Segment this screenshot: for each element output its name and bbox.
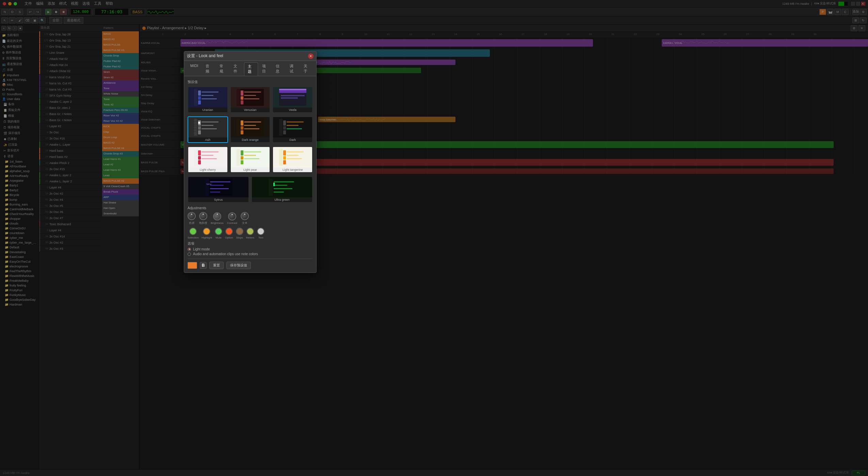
swatch-text-wrap: Text [257, 228, 264, 239]
dialog-tabs: MIDI 音频 常规 文件 主题 项目 信息 调试 关于 [184, 61, 316, 76]
svg-rect-72 [283, 156, 286, 160]
tab-general[interactable]: 常规 [216, 62, 229, 76]
theme-venusian[interactable]: Venusian [230, 86, 271, 113]
theme-sytrus[interactable]: Sytrus Sytrus [188, 176, 249, 203]
svg-rect-39 [241, 120, 243, 126]
svg-rect-2 [198, 91, 201, 96]
knob-hue-label: 色调 [189, 221, 194, 225]
swatch-highlight[interactable] [203, 228, 210, 235]
svg-rect-29 [202, 128, 217, 129]
knob-contrast[interactable] [228, 212, 236, 220]
svg-point-36 [198, 122, 200, 124]
svg-rect-58 [202, 151, 219, 152]
svg-rect-3 [198, 96, 201, 100]
theme-dark-orange[interactable]: Dark orange [230, 116, 271, 143]
swatch-meters[interactable] [246, 228, 254, 235]
theme-grid-row3: Light cherry [188, 146, 313, 173]
theme-light-cherry-label: Light cherry [188, 167, 227, 172]
tab-audio[interactable]: 音频 [202, 62, 215, 76]
theme-light-cherry[interactable]: Light cherry [188, 146, 228, 173]
swatch-mute[interactable] [215, 228, 222, 235]
theme-light-pear-label: Light pear [231, 167, 270, 172]
svg-rect-56 [198, 156, 201, 160]
theme-light-cherry-preview [188, 147, 227, 167]
knob-text[interactable] [241, 212, 249, 220]
knob-brightness-wrap: Brightness [211, 212, 224, 225]
tab-theme[interactable]: 主题 [244, 62, 258, 76]
svg-rect-27 [202, 121, 219, 122]
options-title: 选项 [188, 241, 313, 246]
svg-rect-41 [241, 130, 243, 134]
svg-rect-74 [287, 151, 304, 152]
tab-info[interactable]: 信息 [272, 62, 286, 76]
svg-rect-30 [194, 119, 197, 136]
theme-dark[interactable]: Dark [272, 116, 313, 143]
dialog-close-button[interactable]: ✕ [308, 53, 314, 59]
theme-ash-label: Ash [188, 137, 227, 142]
swatch-option[interactable] [225, 228, 233, 235]
option-note-colors[interactable]: Audio and automation clips use note colo… [188, 252, 313, 256]
radio-note-colors[interactable] [188, 252, 191, 256]
svg-rect-25 [198, 126, 201, 130]
theme-sytrus-label: Sytrus [188, 197, 248, 202]
dialog-overlay: 设置 - Look and feel ✕ MIDI 音频 常规 文件 主题 项目… [0, 0, 868, 476]
svg-rect-57 [198, 160, 201, 164]
swatch-text[interactable] [257, 228, 264, 235]
color-picker-swatch[interactable] [188, 262, 197, 269]
theme-light-pear-preview [231, 147, 270, 167]
tab-debug[interactable]: 调试 [286, 62, 300, 76]
knob-saturation[interactable] [199, 212, 207, 220]
svg-rect-86 [274, 181, 294, 182]
svg-rect-50 [287, 121, 304, 122]
knob-brightness-label: Brightness [211, 221, 224, 225]
svg-rect-44 [244, 128, 259, 129]
option-light-mode[interactable]: Light mode [188, 247, 313, 251]
theme-uranian[interactable]: Uranian [188, 86, 228, 113]
save-preset-btn[interactable]: 保存预设值 [226, 262, 251, 269]
theme-ash[interactable]: Ash [188, 116, 228, 143]
knob-brightness[interactable] [213, 212, 221, 220]
svg-rect-13 [244, 92, 261, 93]
reset-btn[interactable]: 重置 [209, 262, 224, 269]
swatch-selection[interactable] [189, 228, 197, 235]
svg-rect-43 [244, 125, 256, 126]
svg-rect-4 [198, 100, 201, 104]
swatch-steps[interactable] [236, 228, 243, 235]
svg-rect-64 [241, 156, 243, 160]
tab-about[interactable]: 关于 [300, 62, 314, 76]
svg-rect-12 [241, 100, 243, 104]
radio-light-mode[interactable] [188, 248, 191, 251]
tab-project[interactable]: 项目 [259, 62, 272, 76]
svg-rect-81 [210, 185, 224, 186]
theme-veela[interactable]: Veela [272, 86, 313, 113]
swatch-steps-label: Steps [236, 236, 243, 239]
svg-rect-70 [279, 149, 283, 166]
svg-rect-73 [283, 160, 286, 164]
option-light-mode-label: Light mode [193, 247, 210, 251]
svg-rect-11 [241, 96, 243, 100]
svg-rect-54 [194, 149, 197, 166]
tab-midi[interactable]: MIDI [187, 62, 202, 76]
svg-rect-18 [279, 89, 306, 90]
swatch-mute-wrap: Mute [215, 228, 222, 239]
theme-ultra-green[interactable]: Ultra green [251, 176, 313, 203]
theme-light-tangerine[interactable]: Light tangerine [272, 146, 313, 173]
svg-rect-83 [210, 192, 220, 193]
tab-file[interactable]: 文件 [230, 62, 243, 76]
svg-rect-78 [205, 179, 209, 196]
svg-rect-82 [210, 188, 229, 189]
svg-rect-62 [237, 149, 240, 166]
svg-rect-14 [244, 95, 256, 96]
dialog-body: 预设值 [184, 76, 316, 273]
svg-rect-90 [273, 183, 275, 186]
theme-veela-preview [273, 87, 312, 108]
svg-rect-60 [202, 158, 217, 159]
theme-veela-label: Veela [273, 108, 312, 112]
theme-light-pear[interactable]: Light pear [230, 146, 271, 173]
theme-venusian-preview [231, 87, 270, 108]
bold-btn[interactable]: B [200, 262, 207, 269]
svg-rect-65 [241, 160, 243, 164]
theme-uranian-label: Uranian [188, 108, 227, 112]
knob-hue[interactable] [188, 212, 196, 220]
theme-light-tangerine-preview [273, 147, 312, 167]
